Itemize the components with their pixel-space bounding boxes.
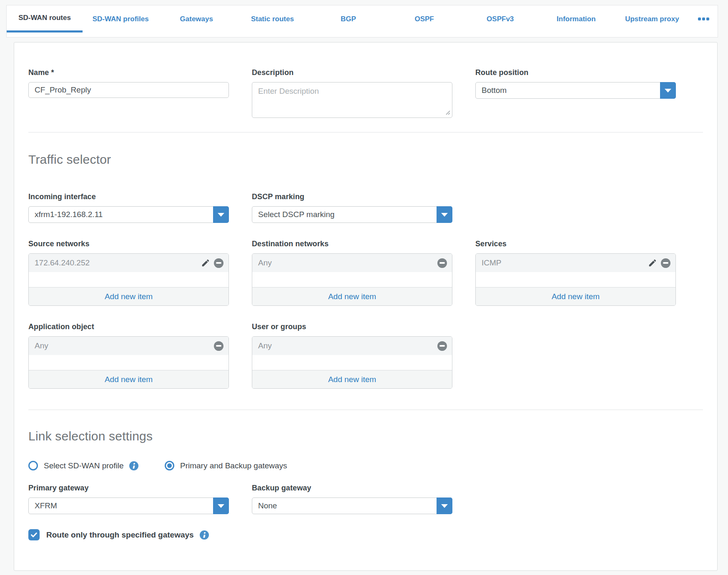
list-item-value: Any — [258, 258, 434, 268]
destination-networks-field-group: Destination networks Any Add new item — [252, 240, 452, 306]
source-networks-label: Source networks — [28, 240, 229, 248]
list-item-value: Any — [35, 341, 210, 350]
radio-label: Primary and Backup gateways — [180, 461, 287, 470]
services-label: Services — [475, 240, 676, 248]
chevron-down-icon — [441, 213, 448, 217]
section-divider — [28, 410, 703, 410]
listbox-spacer — [29, 355, 228, 370]
edit-pencil-icon[interactable] — [648, 258, 657, 268]
chevron-down-icon — [218, 504, 224, 508]
destination-networks-label: Destination networks — [252, 240, 452, 248]
backup-gateway-select[interactable]: None — [252, 498, 452, 514]
dscp-marking-label: DSCP marking — [252, 192, 452, 201]
resize-handle-icon[interactable] — [444, 109, 450, 115]
listbox-spacer — [29, 272, 228, 287]
route-position-value: Bottom — [476, 82, 675, 98]
remove-minus-icon[interactable] — [661, 258, 670, 268]
remove-minus-icon[interactable] — [214, 341, 223, 351]
tab-gateways[interactable]: Gateways — [158, 5, 234, 32]
source-networks-field-group: Source networks 172.64.240.252 Add new i… — [28, 240, 229, 306]
more-tabs-button[interactable] — [690, 5, 718, 32]
primary-gateway-label: Primary gateway — [28, 484, 229, 492]
tab-ospf[interactable]: OSPF — [387, 5, 462, 32]
tab-sdwan-profiles[interactable]: SD-WAN profiles — [83, 5, 158, 32]
route-editor-card: Name * Description Route position Bottom… — [14, 42, 718, 571]
services-field-group: Services ICMP Add new item — [475, 240, 676, 306]
application-object-listbox: Any Add new item — [28, 336, 229, 389]
application-object-field-group: Application object Any Add new item — [28, 322, 229, 389]
add-new-item-button[interactable]: Add new item — [476, 287, 675, 305]
backup-gateway-value: None — [252, 498, 452, 514]
list-item: 172.64.240.252 — [29, 254, 228, 272]
radio-selected-icon — [165, 461, 174, 470]
destination-networks-listbox: Any Add new item — [252, 253, 452, 306]
add-new-item-button[interactable]: Add new item — [252, 370, 452, 388]
tab-static-routes[interactable]: Static routes — [234, 5, 310, 32]
listbox-spacer — [476, 272, 675, 287]
radio-label: Select SD-WAN profile — [44, 461, 123, 470]
description-label: Description — [252, 68, 452, 77]
traffic-selector-heading: Traffic selector — [28, 152, 703, 167]
dscp-marking-select[interactable]: Select DSCP marking — [252, 206, 452, 223]
name-label: Name * — [28, 68, 229, 77]
incoming-interface-label: Incoming interface — [28, 192, 229, 201]
list-item: Any — [29, 337, 228, 355]
description-field-group: Description — [252, 68, 452, 118]
add-new-item-button[interactable]: Add new item — [29, 370, 228, 388]
tab-information[interactable]: Information — [538, 5, 614, 32]
info-icon — [200, 530, 209, 540]
route-position-field-group: Route position Bottom — [475, 68, 676, 99]
dropdown-button — [213, 498, 229, 514]
radio-unselected-icon — [28, 461, 38, 470]
tab-ospfv3[interactable]: OSPFv3 — [462, 5, 538, 32]
radio-primary-backup-gateways[interactable]: Primary and Backup gateways — [165, 461, 287, 470]
incoming-interface-select[interactable]: xfrm1-192.168.2.11 — [28, 206, 229, 223]
list-item: Any — [252, 254, 452, 272]
route-only-checkbox-row[interactable]: Route only through specified gateways — [28, 529, 703, 540]
dropdown-button — [437, 206, 452, 223]
add-new-item-button[interactable]: Add new item — [29, 287, 228, 305]
tab-sdwan-routes[interactable]: SD-WAN routes — [7, 5, 83, 32]
dropdown-button — [437, 498, 452, 514]
list-item-value: Any — [258, 341, 434, 350]
backup-gateway-label: Backup gateway — [252, 484, 452, 492]
chevron-down-icon — [665, 89, 671, 92]
tab-bar: SD-WAN routes SD-WAN profiles Gateways S… — [6, 5, 718, 38]
link-selection-heading: Link selection settings — [28, 429, 703, 443]
user-or-groups-field-group: User or groups Any Add new item — [252, 322, 452, 389]
listbox-spacer — [252, 355, 452, 370]
user-or-groups-listbox: Any Add new item — [252, 336, 452, 389]
ellipsis-icon — [698, 18, 709, 20]
list-item: ICMP — [476, 254, 675, 272]
user-or-groups-label: User or groups — [252, 322, 452, 331]
add-new-item-button[interactable]: Add new item — [252, 287, 452, 305]
incoming-interface-field-group: Incoming interface xfrm1-192.168.2.11 — [28, 192, 229, 223]
info-icon — [129, 461, 138, 470]
remove-minus-icon[interactable] — [437, 258, 447, 268]
chevron-down-icon — [441, 504, 448, 508]
tab-upstream-proxy[interactable]: Upstream proxy — [614, 5, 690, 32]
description-textarea[interactable] — [252, 82, 452, 118]
dropdown-button — [213, 206, 229, 223]
list-item: Any — [252, 337, 452, 355]
name-input[interactable] — [28, 82, 229, 98]
primary-gateway-select[interactable]: XFRM — [28, 498, 229, 514]
list-item-value: ICMP — [482, 258, 648, 268]
remove-minus-icon[interactable] — [437, 341, 447, 351]
checkbox-label: Route only through specified gateways — [46, 530, 194, 540]
primary-gateway-value: XFRM — [29, 498, 228, 514]
primary-gateway-field-group: Primary gateway XFRM — [28, 484, 229, 514]
incoming-interface-value: xfrm1-192.168.2.11 — [29, 207, 228, 222]
tab-bgp[interactable]: BGP — [310, 5, 386, 32]
list-item-value: 172.64.240.252 — [35, 258, 201, 268]
route-position-select[interactable]: Bottom — [475, 82, 676, 99]
radio-select-sdwan-profile[interactable]: Select SD-WAN profile — [28, 461, 165, 470]
services-listbox: ICMP Add new item — [475, 253, 676, 306]
edit-pencil-icon[interactable] — [201, 258, 210, 268]
checkbox-checked-icon — [28, 529, 40, 540]
remove-minus-icon[interactable] — [214, 258, 223, 268]
dscp-marking-field-group: DSCP marking Select DSCP marking — [252, 192, 452, 223]
chevron-down-icon — [218, 213, 224, 217]
route-position-label: Route position — [475, 68, 676, 77]
backup-gateway-field-group: Backup gateway None — [252, 484, 452, 514]
